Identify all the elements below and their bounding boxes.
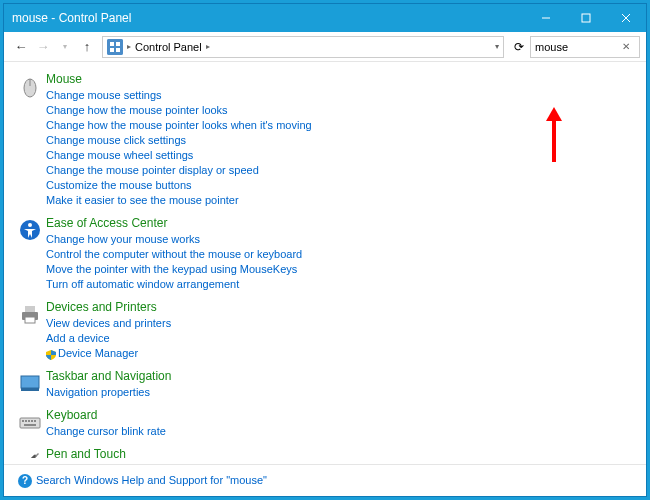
titlebar: mouse - Control Panel	[4, 4, 646, 32]
result-section: Ease of Access CenterChange how your mou…	[18, 216, 632, 292]
section-title[interactable]: Mouse	[46, 72, 632, 86]
result-link[interactable]: Customize the mouse buttons	[46, 178, 632, 193]
result-link[interactable]: Change how your mouse works	[46, 232, 632, 247]
svg-rect-21	[22, 420, 24, 422]
section-title[interactable]: Devices and Printers	[46, 300, 632, 314]
ease-of-access-icon	[18, 216, 46, 292]
window-title: mouse - Control Panel	[12, 11, 131, 25]
close-button[interactable]	[606, 4, 646, 32]
keyboard-icon	[18, 408, 46, 439]
search-box[interactable]: ✕	[530, 36, 640, 58]
up-button[interactable]: ↑	[76, 36, 98, 58]
svg-rect-19	[21, 388, 39, 391]
svg-rect-8	[116, 48, 120, 52]
section-body: Pen and TouchChange touch input settings…	[46, 447, 632, 458]
control-panel-window: mouse - Control Panel ← → ▾ ↑ ▸ Control …	[4, 4, 646, 496]
svg-point-14	[28, 223, 32, 227]
svg-rect-26	[24, 424, 36, 426]
result-section: MouseChange mouse settingsChange how the…	[18, 72, 632, 208]
result-section: KeyboardChange cursor blink rate	[18, 408, 632, 439]
breadcrumb-item[interactable]: Control Panel	[135, 41, 202, 53]
results-area: MouseChange mouse settingsChange how the…	[4, 62, 646, 458]
maximize-button[interactable]	[566, 4, 606, 32]
chevron-right-icon: ▸	[206, 42, 210, 51]
section-body: Taskbar and NavigationNavigation propert…	[46, 369, 632, 400]
help-icon: ?	[18, 474, 32, 488]
result-section: Pen and TouchChange touch input settings…	[18, 447, 632, 458]
search-input[interactable]	[531, 41, 616, 53]
svg-rect-20	[20, 418, 40, 428]
result-link[interactable]: Control the computer without the mouse o…	[46, 247, 632, 262]
clear-search-button[interactable]: ✕	[616, 41, 636, 52]
result-link-shield[interactable]: Device Manager	[46, 346, 632, 361]
pen-touch-icon	[18, 447, 46, 458]
result-link[interactable]: Turn off automatic window arrangement	[46, 277, 632, 292]
svg-line-27	[23, 456, 35, 458]
back-button[interactable]: ←	[10, 36, 32, 58]
chevron-right-icon: ▸	[127, 42, 131, 51]
section-body: Devices and PrintersView devices and pri…	[46, 300, 632, 361]
section-body: KeyboardChange cursor blink rate	[46, 408, 632, 439]
section-body: MouseChange mouse settingsChange how the…	[46, 72, 632, 208]
svg-rect-18	[21, 376, 39, 388]
forward-button[interactable]: →	[32, 36, 54, 58]
section-title[interactable]: Taskbar and Navigation	[46, 369, 632, 383]
svg-rect-22	[25, 420, 27, 422]
result-link[interactable]: Navigation properties	[46, 385, 632, 400]
section-body: Ease of Access CenterChange how your mou…	[46, 216, 632, 292]
svg-rect-16	[25, 306, 35, 312]
control-panel-icon	[107, 39, 123, 55]
minimize-button[interactable]	[526, 4, 566, 32]
result-link[interactable]: Change cursor blink rate	[46, 424, 632, 439]
search-help-link[interactable]: Search Windows Help and Support for "mou…	[36, 473, 267, 488]
mouse-icon	[18, 72, 46, 208]
divider	[4, 464, 646, 465]
recent-dropdown[interactable]: ▾	[54, 36, 76, 58]
chevron-down-icon[interactable]: ▸	[493, 45, 502, 49]
result-link[interactable]: Change mouse wheel settings	[46, 148, 632, 163]
toolbar: ← → ▾ ↑ ▸ Control Panel ▸ ▸ ⟳ ✕	[4, 32, 646, 62]
refresh-button[interactable]: ⟳	[508, 36, 530, 58]
result-link[interactable]: Change how the mouse pointer looks when …	[46, 118, 632, 133]
section-title[interactable]: Ease of Access Center	[46, 216, 632, 230]
result-link[interactable]: Move the pointer with the keypad using M…	[46, 262, 632, 277]
uac-shield-icon	[46, 349, 56, 359]
svg-rect-23	[28, 420, 30, 422]
section-title[interactable]: Pen and Touch	[46, 447, 632, 458]
devices-printers-icon	[18, 300, 46, 361]
svg-rect-24	[31, 420, 33, 422]
taskbar-icon	[18, 369, 46, 400]
svg-rect-5	[110, 42, 114, 46]
svg-rect-17	[25, 317, 35, 323]
svg-rect-1	[582, 14, 590, 22]
result-link[interactable]: Add a device	[46, 331, 632, 346]
svg-rect-4	[107, 39, 123, 55]
svg-rect-25	[34, 420, 36, 422]
result-link[interactable]: Change mouse settings	[46, 88, 632, 103]
result-link[interactable]: Make it easier to see the mouse pointer	[46, 193, 632, 208]
window-controls	[526, 4, 646, 32]
result-link[interactable]: Change the mouse pointer display or spee…	[46, 163, 632, 178]
breadcrumb[interactable]: ▸ Control Panel ▸ ▸	[102, 36, 504, 58]
result-link-label: Device Manager	[58, 347, 138, 359]
svg-rect-7	[110, 48, 114, 52]
svg-rect-6	[116, 42, 120, 46]
footer: ? Search Windows Help and Support for "m…	[4, 471, 646, 496]
result-section: Devices and PrintersView devices and pri…	[18, 300, 632, 361]
result-section: Taskbar and NavigationNavigation propert…	[18, 369, 632, 400]
result-link[interactable]: Change how the mouse pointer looks	[46, 103, 632, 118]
section-title[interactable]: Keyboard	[46, 408, 632, 422]
result-link[interactable]: View devices and printers	[46, 316, 632, 331]
result-link[interactable]: Change mouse click settings	[46, 133, 632, 148]
